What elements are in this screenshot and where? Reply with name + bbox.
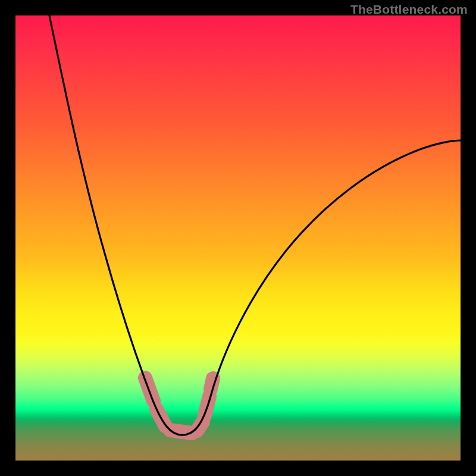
attribution-label: TheBottleneck.com (350, 2, 468, 17)
chart-frame: TheBottleneck.com (0, 0, 476, 476)
curve-layer (15, 15, 461, 461)
bottleneck-curve (49, 15, 461, 435)
chart-plot-area (15, 15, 461, 461)
